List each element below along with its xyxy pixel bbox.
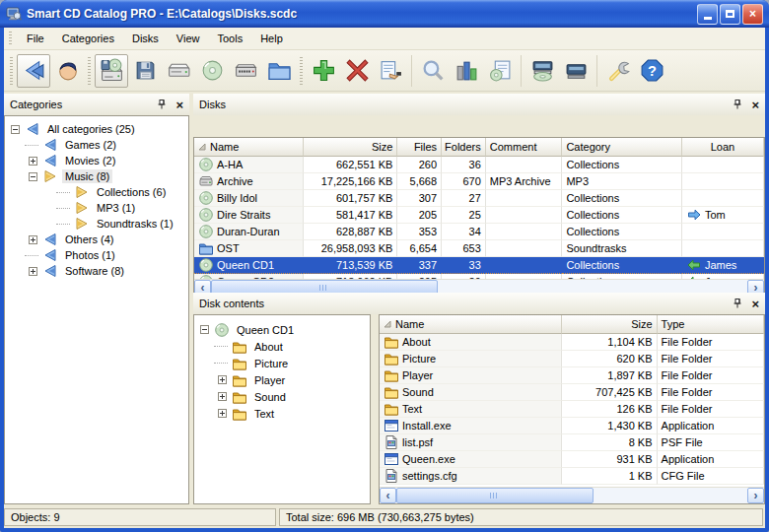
toolbar-grip[interactable] xyxy=(300,57,303,85)
blue-arrow-icon xyxy=(42,247,58,263)
column-header-size[interactable]: Size xyxy=(562,315,658,334)
close-panel-icon[interactable]: × xyxy=(751,99,759,111)
tree-item-queen-cd1[interactable]: Queen CD1 xyxy=(194,321,370,338)
save-catalog-button[interactable] xyxy=(95,54,128,88)
add-disk-button[interactable] xyxy=(307,54,340,88)
help-icon xyxy=(640,58,664,83)
scroll-right-icon[interactable]: › xyxy=(747,488,764,503)
close-tray-button[interactable] xyxy=(559,54,593,88)
save-button[interactable] xyxy=(128,54,162,88)
folder-button[interactable] xyxy=(262,54,296,88)
table-row-queen-cd1-selected[interactable]: Queen CD1 713,539 KB33733Collections Jam… xyxy=(194,257,764,274)
file-row-picture[interactable]: Picture620 KBFile Folder xyxy=(380,351,764,367)
column-header-folders[interactable]: Folders xyxy=(442,138,486,157)
tree-item-photos[interactable]: Photos (1) xyxy=(5,247,188,263)
delete-button[interactable] xyxy=(340,54,374,88)
toolbar-grip[interactable] xyxy=(10,57,13,85)
column-header-name[interactable]: Name xyxy=(194,138,304,157)
table-row-duran-duran[interactable]: Duran-Duran 628,887 KB35334Collections xyxy=(194,224,764,240)
search-button[interactable] xyxy=(416,54,450,88)
tree-item-picture[interactable]: Picture xyxy=(194,355,370,371)
close-panel-icon[interactable]: × xyxy=(751,298,759,310)
options-button[interactable] xyxy=(601,54,635,88)
menu-view[interactable]: View xyxy=(168,30,209,47)
menu-file[interactable]: File xyxy=(18,30,53,47)
tree-item-music[interactable]: Music (8) xyxy=(5,168,188,184)
user-button[interactable] xyxy=(50,54,84,88)
cd-button[interactable] xyxy=(195,54,229,88)
back-button[interactable] xyxy=(17,54,50,88)
collapse-icon[interactable] xyxy=(200,325,209,334)
files-horizontal-scrollbar[interactable]: ‹ › xyxy=(380,487,764,503)
tree-item-software[interactable]: Software (8) xyxy=(5,263,188,279)
scroll-left-icon[interactable]: ‹ xyxy=(380,488,396,503)
pin-icon[interactable] xyxy=(156,99,168,110)
expand-icon[interactable] xyxy=(218,409,227,418)
expand-icon[interactable] xyxy=(29,235,37,244)
add-disk-icon xyxy=(312,58,336,83)
menu-help[interactable]: Help xyxy=(251,30,292,47)
column-header-files[interactable]: Files xyxy=(397,138,442,157)
file-row-queen-exe[interactable]: Queen.exe931 KBApplication xyxy=(380,451,764,468)
column-header-loan[interactable]: Loan xyxy=(682,138,764,157)
tree-item-text[interactable]: Text xyxy=(194,405,370,422)
blue-arrow-icon xyxy=(42,153,58,168)
table-row-billy-idol[interactable]: Billy Idol 601,757 KB30727Collections xyxy=(194,190,764,207)
close-panel-icon[interactable]: × xyxy=(175,99,183,111)
expand-icon[interactable] xyxy=(218,392,227,401)
file-row-settings-cfg[interactable]: settings.cfg1 KBCFG File xyxy=(380,468,764,485)
statistics-button[interactable] xyxy=(450,54,483,88)
column-header-category[interactable]: Category xyxy=(562,138,682,157)
menu-bar: File Categories Disks View Tools Help xyxy=(4,28,765,50)
status-objects: Objects: 9 xyxy=(4,508,276,526)
file-row-text[interactable]: Text126 KBFile Folder xyxy=(380,401,764,418)
close-button[interactable]: × xyxy=(742,4,763,25)
tree-item-player[interactable]: Player xyxy=(194,371,370,388)
table-row-archive[interactable]: Archive 17,225,166 KB5,668670MP3 Archive… xyxy=(194,173,764,190)
tree-item-about[interactable]: About xyxy=(194,338,370,355)
table-row-dire-straits[interactable]: Dire Straits 581,417 KB20525Collections … xyxy=(194,207,764,224)
column-header-size[interactable]: Size xyxy=(304,138,398,157)
tree-item-sound[interactable]: Sound xyxy=(194,388,370,405)
column-header-name[interactable]: Name xyxy=(380,315,562,334)
title-bar[interactable]: Smart CD Catalog PRO - E:\Catalogs\Disks… xyxy=(0,0,769,28)
table-row-ost[interactable]: OST 26,958,093 KB6,654653Soundtrasks xyxy=(194,240,764,257)
file-row-sound[interactable]: Sound707,425 KBFile Folder xyxy=(380,384,764,401)
report-button[interactable] xyxy=(483,54,517,88)
minimize-button[interactable] xyxy=(697,4,718,25)
column-header-type[interactable]: Type xyxy=(658,315,764,334)
tree-item-others[interactable]: Others (4) xyxy=(5,232,188,247)
column-header-comment[interactable]: Comment xyxy=(486,138,563,157)
expand-icon[interactable] xyxy=(218,375,227,384)
device-button[interactable] xyxy=(229,54,262,88)
table-row-a-ha[interactable]: A-HA 662,551 KB26036Collections xyxy=(194,157,764,173)
help-button[interactable] xyxy=(635,54,668,88)
pin-icon[interactable] xyxy=(732,298,743,309)
file-row-list-psf[interactable]: list.psf8 KBPSF File xyxy=(380,434,764,451)
tree-item-collections[interactable]: Collections (6) xyxy=(5,184,188,200)
maximize-button[interactable] xyxy=(720,4,740,25)
menu-tools[interactable]: Tools xyxy=(208,30,251,47)
file-row-install-exe[interactable]: Install.exe1,430 KBApplication xyxy=(380,418,764,434)
properties-button[interactable] xyxy=(374,54,407,88)
file-row-player[interactable]: Player1,897 KBFile Folder xyxy=(380,367,764,384)
menu-disks[interactable]: Disks xyxy=(123,30,168,47)
menu-categories[interactable]: Categories xyxy=(53,30,123,47)
collapse-icon[interactable] xyxy=(29,172,37,181)
drive-button[interactable] xyxy=(162,54,195,88)
toolbar-grip[interactable] xyxy=(88,57,91,85)
collapse-icon[interactable] xyxy=(11,125,20,134)
file-row-about[interactable]: About1,104 KBFile Folder xyxy=(380,334,764,351)
tree-item-soundtrasks[interactable]: Soundtrasks (1) xyxy=(5,216,188,232)
open-tray-button[interactable] xyxy=(525,54,559,88)
expand-icon[interactable] xyxy=(29,157,37,166)
tree-item-mp3[interactable]: MP3 (1) xyxy=(5,200,188,216)
pin-icon[interactable] xyxy=(732,99,743,110)
tree-item-all-categories[interactable]: All categories (25) xyxy=(5,121,188,137)
disk-contents-header: Disk contents × xyxy=(193,293,765,314)
scrollbar-thumb[interactable] xyxy=(396,488,594,503)
tree-item-games[interactable]: Games (2) xyxy=(5,137,188,153)
menu-grip[interactable] xyxy=(9,32,12,45)
expand-icon[interactable] xyxy=(29,267,37,276)
tree-item-movies[interactable]: Movies (2) xyxy=(5,153,188,168)
